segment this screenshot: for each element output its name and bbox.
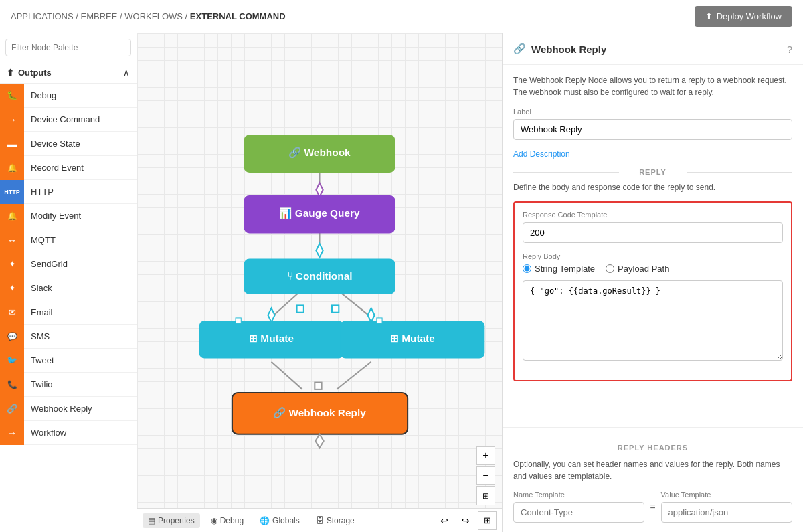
highlighted-reply-body-section: Response Code Template Reply Body String… (513, 201, 792, 381)
canvas-bottom-bar: ▤ Properties ◉ Debug 🌐 Globals 🗄 Storage… (137, 508, 502, 532)
record-event-icon: 🔔 (0, 156, 24, 180)
name-template-input[interactable] (513, 502, 644, 523)
headers-row: Name Template = Value Template (513, 491, 792, 523)
sidebar-item-device-command[interactable]: → Device Command (0, 108, 137, 132)
canvas-controls: + − ⊞ (476, 446, 495, 505)
add-description-link[interactable]: Add Description (513, 149, 792, 159)
zoom-out-button[interactable]: − (476, 466, 495, 485)
reply-body-group: Reply Body String Template Payload Path … (523, 252, 783, 363)
svg-text:⊞ Mutate: ⊞ Mutate (390, 333, 435, 344)
value-template-label: Value Template (661, 491, 792, 499)
payload-path-radio[interactable] (606, 264, 614, 273)
sidebar-item-workflow[interactable]: → Workflow (0, 421, 137, 445)
sidebar: ⬆ Outputs ∧ 🐛 Debug → Device Command ▬ D… (0, 33, 137, 532)
svg-marker-5 (268, 308, 274, 323)
debug-label: Debug (24, 90, 63, 100)
workflow-diagram: 🔗 Webhook 📊 Gauge Query ⑂ Conditional ⊞ … (137, 33, 502, 532)
right-panel: 🔗 Webhook Reply ? The Webhook Reply Node… (502, 33, 803, 532)
search-input[interactable] (5, 39, 131, 56)
reply-description: Define the body and response code for th… (513, 183, 792, 192)
debug-tab[interactable]: ◉ Debug (205, 513, 249, 528)
breadcrumb-current: EXTERNAL COMMAND (190, 11, 286, 21)
svg-marker-27 (315, 434, 323, 448)
response-code-input[interactable] (523, 222, 783, 243)
slack-icon: ✦ (0, 276, 24, 300)
sidebar-item-sendgrid[interactable]: ✦ SendGrid (0, 252, 137, 276)
response-code-group: Response Code Template (523, 211, 783, 243)
string-template-option[interactable]: String Template (523, 264, 595, 274)
outputs-label: Outputs (18, 68, 52, 78)
email-icon: ✉ (0, 300, 24, 325)
svg-rect-9 (332, 305, 339, 312)
deploy-workflow-button[interactable]: ⬆ Deploy Workflow (695, 6, 792, 27)
panel-header: 🔗 Webhook Reply ? (503, 33, 803, 65)
sidebar-item-webhook-reply[interactable]: 🔗 Webhook Reply (0, 397, 137, 421)
fit-button[interactable]: ⊞ (476, 486, 495, 505)
sidebar-item-record-event[interactable]: 🔔 Record Event (0, 156, 137, 180)
debug-icon: 🐛 (0, 84, 24, 108)
label-input[interactable] (513, 119, 792, 140)
http-label: HTTP (24, 187, 60, 197)
help-icon[interactable]: ? (787, 43, 792, 55)
outputs-icon: ⬆ (7, 68, 14, 78)
twilio-icon: 📞 (0, 373, 24, 397)
globals-label: Globals (272, 516, 300, 525)
svg-rect-20 (236, 318, 241, 323)
panel-title-text: Webhook Reply (531, 43, 606, 55)
webhook-reply-icon: 🔗 (0, 397, 24, 421)
sidebar-item-http[interactable]: HTTP HTTP (0, 180, 137, 204)
sidebar-item-device-state[interactable]: ▬ Device State (0, 132, 137, 156)
svg-rect-6 (297, 305, 304, 312)
sidebar-item-mqtt[interactable]: ↔ MQTT (0, 228, 137, 252)
storage-tab[interactable]: 🗄 Storage (310, 513, 360, 528)
slack-label: Slack (24, 283, 59, 293)
sidebar-item-debug[interactable]: 🐛 Debug (0, 84, 137, 108)
breadcrumb-applications[interactable]: APPLICATIONS (11, 11, 74, 21)
sidebar-item-email[interactable]: ✉ Email (0, 300, 137, 325)
string-template-label: String Template (535, 264, 595, 274)
modify-event-label: Modify Event (24, 211, 88, 221)
tweet-label: Tweet (24, 355, 61, 365)
zoom-in-button[interactable]: + (476, 446, 495, 465)
headers-description: Optionally, you can set header names and… (513, 458, 792, 482)
svg-marker-3 (316, 244, 323, 258)
svg-rect-23 (377, 318, 382, 323)
debug-icon: ◉ (211, 516, 217, 525)
properties-tab[interactable]: ▤ Properties (143, 513, 200, 528)
breadcrumb-sep1: / (76, 11, 80, 21)
value-template-input[interactable] (661, 502, 792, 523)
sidebar-search-container (0, 33, 137, 62)
reply-divider: REPLY (513, 168, 792, 176)
sidebar-item-modify-event[interactable]: 🔔 Modify Event (0, 204, 137, 228)
breadcrumb-workflows[interactable]: WORKFLOWS (124, 11, 183, 21)
string-template-radio[interactable] (523, 264, 531, 273)
sidebar-item-twilio[interactable]: 📞 Twilio (0, 373, 137, 397)
breadcrumb-sep3: / (185, 11, 190, 21)
payload-path-option[interactable]: Payload Path (606, 264, 669, 274)
redo-button[interactable]: ↪ (456, 511, 475, 530)
undo-button[interactable]: ↩ (435, 511, 454, 530)
svg-text:📊 Gauge Query: 📊 Gauge Query (279, 207, 359, 219)
sidebar-item-sms[interactable]: 💬 SMS (0, 325, 137, 349)
svg-text:🔗 Webhook Reply: 🔗 Webhook Reply (273, 406, 366, 419)
main-layout: ⬆ Outputs ∧ 🐛 Debug → Device Command ▬ D… (0, 33, 803, 532)
webhook-reply-label: Webhook Reply (24, 404, 99, 414)
sidebar-item-slack[interactable]: ✦ Slack (0, 276, 137, 300)
globals-tab[interactable]: 🌐 Globals (254, 513, 305, 528)
collapse-icon[interactable]: ∧ (123, 68, 130, 78)
grid-button[interactable]: ⊞ (478, 511, 497, 530)
reply-body-label: Reply Body (523, 252, 783, 260)
sidebar-item-tweet[interactable]: 🐦 Tweet (0, 349, 137, 373)
breadcrumb-embree[interactable]: EMBREE (81, 11, 118, 21)
modify-event-icon: 🔔 (0, 204, 24, 228)
svg-line-11 (337, 362, 371, 389)
properties-icon: ▤ (148, 516, 155, 525)
canvas-area[interactable]: 🔗 Webhook 📊 Gauge Query ⑂ Conditional ⊞ … (137, 33, 502, 532)
sidebar-items-list: 🐛 Debug → Device Command ▬ Device State … (0, 84, 137, 532)
svg-text:⊞ Mutate: ⊞ Mutate (249, 333, 294, 344)
http-icon: HTTP (0, 180, 24, 204)
reply-body-textarea[interactable]: { "go": {{data.goResult}} } (523, 280, 783, 361)
panel-content: The Webhook Reply Node allows you to ret… (503, 65, 803, 427)
label-field: Label (513, 108, 792, 140)
panel-description: The Webhook Reply Node allows you to ret… (513, 74, 792, 98)
